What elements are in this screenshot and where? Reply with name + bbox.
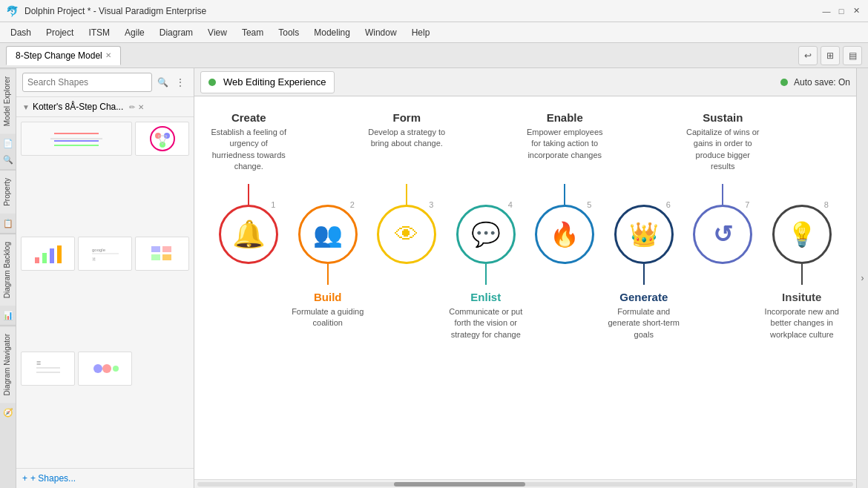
menu-help[interactable]: Help [404,24,438,41]
add-shapes-label: + Shapes... [30,473,76,484]
search-input[interactable] [22,73,152,92]
step-8-number: 8 [824,200,829,209]
tree-edit-icon[interactable]: ✏ [129,103,135,111]
step-8-bottom-desc: Incorporate new and better changes in wo… [763,306,842,340]
svg-rect-13 [50,248,54,263]
step-2-connector-bottom [327,264,329,285]
svg-point-26 [102,364,111,373]
thumbnail-1[interactable] [21,122,132,156]
scrollbar-track[interactable] [197,482,853,487]
step-1-title: Create [231,111,266,124]
sidebar-item-property[interactable]: Property [0,170,16,214]
model-icon-1[interactable]: 📄 [1,136,15,150]
step-8[interactable]: 💡 8 Insitute Incorporate new and better … [763,111,842,357]
svg-point-25 [93,364,102,373]
step-8-circle-wrapper[interactable]: 💡 8 [772,205,832,264]
maximize-button[interactable]: □ [835,5,847,17]
step-3-circle-wrapper[interactable]: 👁 3 [377,205,436,264]
backlog-icon-1[interactable]: 📊 [1,309,15,322]
step-2-bottom-title: Build [314,291,342,303]
tree-close-icon[interactable]: ✕ [138,103,144,111]
step-8-connector-bottom [801,264,803,285]
thumbnail-7[interactable] [78,352,132,386]
right-collapse-handle[interactable]: › [856,68,868,488]
step-3-desc: Develop a strategy to bring about change… [367,127,447,150]
step-3-circle[interactable]: 👁 [377,205,436,264]
step-7-circle-wrapper[interactable]: ↺ 7 [693,205,752,264]
step-2[interactable]: 👥 2 Build Formulate a guiding coalition [289,111,368,357]
view-icon-grid[interactable]: ⊞ [821,46,840,65]
step-3[interactable]: Form Develop a strategy to bring about c… [367,111,447,357]
menu-view[interactable]: View [200,24,234,41]
scrollbar-thumb[interactable] [394,482,525,487]
tab-8step[interactable]: 8-Step Change Model ✕ [6,46,121,65]
autosave-indicator: Auto save: On [780,77,850,88]
tab-close-icon[interactable]: ✕ [105,51,111,59]
step-7-connector-bottom [722,264,723,285]
status-dot [208,79,216,86]
step-5[interactable]: Enable Empower employees for taking acti… [525,111,605,357]
step-1-circle-wrapper[interactable]: 🔔 1 [219,205,278,264]
autosave-label: Auto save: On [794,77,850,88]
thumbnail-5[interactable] [135,237,189,271]
view-icon-back[interactable]: ↩ [798,46,818,65]
step-7[interactable]: Sustain Capitalize of wins or gains in o… [683,111,763,357]
menu-agile[interactable]: Agile [117,24,152,41]
close-button[interactable]: ✕ [850,5,862,17]
step-1-circle[interactable]: 🔔 [219,205,278,264]
main-layout: Model Explorer 📄 🔍 Property 📋 Diagram Ba… [0,68,868,488]
thumbnail-2[interactable] [135,122,189,156]
step-2-number: 2 [350,200,355,209]
menu-tools[interactable]: Tools [271,24,306,41]
search-menu-icon[interactable]: ⋮ [173,75,188,90]
step-6[interactable]: 👑 6 Generate Formulate and generate shor… [605,111,684,357]
add-shapes-button[interactable]: + + Shapes... [16,468,194,488]
diagram-tree: ▼ Kotter's 8Å-Step Cha... ✏ ✕ [16,97,194,117]
thumbnail-6[interactable]: ☰ [21,352,75,386]
left-side-tabs: Model Explorer 📄 🔍 Property 📋 Diagram Ba… [0,68,16,488]
step-8-circle[interactable]: 💡 [772,205,832,264]
minimize-button[interactable]: — [821,5,832,17]
menu-itsm[interactable]: ITSM [81,24,117,41]
menu-dash[interactable]: Dash [3,24,39,41]
step-1-desc: Establish a feeling of urgency of hurrie… [209,127,289,173]
step-4-circle-wrapper[interactable]: 💬 4 [456,205,516,264]
menu-diagram[interactable]: Diagram [152,24,200,41]
menu-window[interactable]: Window [358,24,404,41]
navigator-icon-1[interactable]: 🧭 [1,406,15,420]
menu-team[interactable]: Team [234,24,271,41]
left-panel: 🔍 ⋮ ▼ Kotter's 8Å-Step Cha... ✏ ✕ [16,68,194,488]
sidebar-item-model-explorer[interactable]: Model Explorer [0,68,16,133]
step-1-connector-top [248,184,249,205]
web-editing-tab[interactable]: Web Editing Experience [200,71,335,93]
step-5-circle[interactable]: 🔥 [535,205,594,264]
thumbnail-4[interactable]: google 連 [78,237,132,271]
step-4[interactable]: 💬 4 Enlist Communicate or put forth the … [447,111,526,357]
menu-modeling[interactable]: Modeling [306,24,358,41]
menu-project[interactable]: Project [39,24,81,41]
step-4-circle[interactable]: 💬 [456,205,516,264]
property-icon-1[interactable]: 📋 [1,217,15,230]
step-2-circle-wrapper[interactable]: 👥 2 [298,205,358,264]
sidebar-item-diagram-navigator[interactable]: Diagram Navigator [0,326,16,403]
step-6-connector-bottom [643,264,645,285]
step-1-top-text: Create Establish a feeling of urgency of… [209,111,289,178]
step-7-connector-top [722,184,723,205]
step-6-circle[interactable]: 👑 [614,205,674,264]
canvas-content[interactable]: Create Establish a feeling of urgency of… [194,96,856,488]
step-5-circle-wrapper[interactable]: 🔥 5 [535,205,594,264]
step-1[interactable]: Create Establish a feeling of urgency of… [209,111,289,357]
model-icon-2[interactable]: 🔍 [1,153,15,166]
step-1-number: 1 [271,200,275,209]
tree-item-kotter[interactable]: ▼ Kotter's 8Å-Step Cha... ✏ ✕ [19,100,191,113]
step-7-circle[interactable]: ↺ [693,205,752,264]
thumbnail-3[interactable] [21,237,75,271]
sidebar-item-diagram-backlog[interactable]: Diagram Backlog [0,234,16,306]
step-6-circle-wrapper[interactable]: 👑 6 [614,205,674,264]
view-icon-panel[interactable]: ▤ [843,46,862,65]
step-3-number: 3 [429,200,433,209]
step-2-circle[interactable]: 👥 [298,205,358,264]
search-icon[interactable]: 🔍 [155,75,170,90]
step-4-number: 4 [508,200,513,209]
scrollbar[interactable] [194,479,856,488]
